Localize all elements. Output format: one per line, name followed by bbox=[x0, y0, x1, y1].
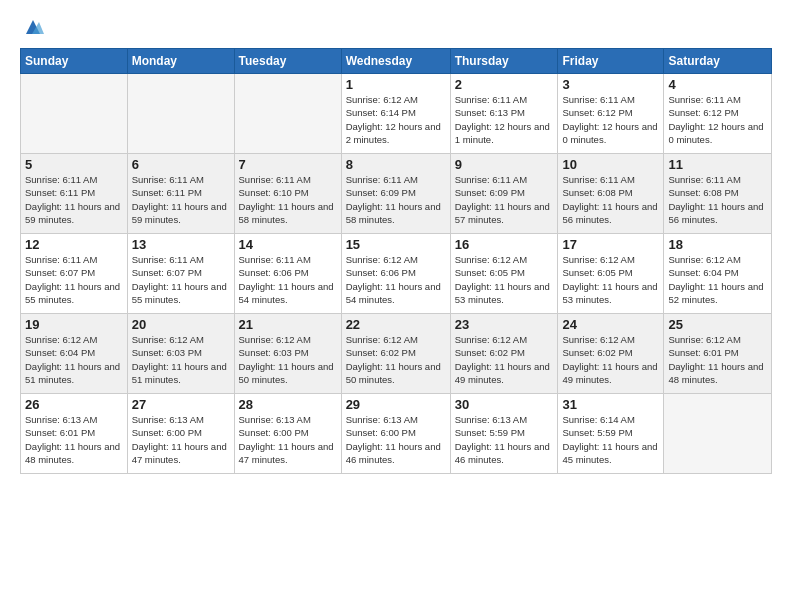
day-info: Sunrise: 6:12 AM Sunset: 6:04 PM Dayligh… bbox=[25, 333, 123, 386]
day-info: Sunrise: 6:13 AM Sunset: 5:59 PM Dayligh… bbox=[455, 413, 554, 466]
day-info: Sunrise: 6:12 AM Sunset: 6:02 PM Dayligh… bbox=[455, 333, 554, 386]
table-row: 21Sunrise: 6:12 AM Sunset: 6:03 PM Dayli… bbox=[234, 314, 341, 394]
table-row: 20Sunrise: 6:12 AM Sunset: 6:03 PM Dayli… bbox=[127, 314, 234, 394]
table-row: 27Sunrise: 6:13 AM Sunset: 6:00 PM Dayli… bbox=[127, 394, 234, 474]
table-row bbox=[21, 74, 128, 154]
table-row: 24Sunrise: 6:12 AM Sunset: 6:02 PM Dayli… bbox=[558, 314, 664, 394]
calendar-header-row: Sunday Monday Tuesday Wednesday Thursday… bbox=[21, 49, 772, 74]
day-number: 31 bbox=[562, 397, 659, 412]
day-number: 5 bbox=[25, 157, 123, 172]
day-number: 30 bbox=[455, 397, 554, 412]
day-number: 8 bbox=[346, 157, 446, 172]
day-number: 3 bbox=[562, 77, 659, 92]
day-number: 20 bbox=[132, 317, 230, 332]
day-info: Sunrise: 6:11 AM Sunset: 6:07 PM Dayligh… bbox=[132, 253, 230, 306]
day-number: 21 bbox=[239, 317, 337, 332]
day-info: Sunrise: 6:11 AM Sunset: 6:09 PM Dayligh… bbox=[455, 173, 554, 226]
calendar-table: Sunday Monday Tuesday Wednesday Thursday… bbox=[20, 48, 772, 474]
day-number: 6 bbox=[132, 157, 230, 172]
day-info: Sunrise: 6:11 AM Sunset: 6:10 PM Dayligh… bbox=[239, 173, 337, 226]
table-row bbox=[127, 74, 234, 154]
day-number: 15 bbox=[346, 237, 446, 252]
day-number: 13 bbox=[132, 237, 230, 252]
day-number: 9 bbox=[455, 157, 554, 172]
day-number: 19 bbox=[25, 317, 123, 332]
th-monday: Monday bbox=[127, 49, 234, 74]
table-row: 4Sunrise: 6:11 AM Sunset: 6:12 PM Daylig… bbox=[664, 74, 772, 154]
table-row: 1Sunrise: 6:12 AM Sunset: 6:14 PM Daylig… bbox=[341, 74, 450, 154]
table-row: 6Sunrise: 6:11 AM Sunset: 6:11 PM Daylig… bbox=[127, 154, 234, 234]
day-info: Sunrise: 6:11 AM Sunset: 6:08 PM Dayligh… bbox=[668, 173, 767, 226]
day-number: 25 bbox=[668, 317, 767, 332]
day-number: 16 bbox=[455, 237, 554, 252]
table-row: 9Sunrise: 6:11 AM Sunset: 6:09 PM Daylig… bbox=[450, 154, 558, 234]
table-row: 17Sunrise: 6:12 AM Sunset: 6:05 PM Dayli… bbox=[558, 234, 664, 314]
day-info: Sunrise: 6:11 AM Sunset: 6:12 PM Dayligh… bbox=[668, 93, 767, 146]
day-info: Sunrise: 6:12 AM Sunset: 6:03 PM Dayligh… bbox=[132, 333, 230, 386]
table-row: 22Sunrise: 6:12 AM Sunset: 6:02 PM Dayli… bbox=[341, 314, 450, 394]
day-number: 26 bbox=[25, 397, 123, 412]
day-info: Sunrise: 6:13 AM Sunset: 6:00 PM Dayligh… bbox=[132, 413, 230, 466]
table-row: 23Sunrise: 6:12 AM Sunset: 6:02 PM Dayli… bbox=[450, 314, 558, 394]
table-row: 30Sunrise: 6:13 AM Sunset: 5:59 PM Dayli… bbox=[450, 394, 558, 474]
table-row: 14Sunrise: 6:11 AM Sunset: 6:06 PM Dayli… bbox=[234, 234, 341, 314]
table-row: 29Sunrise: 6:13 AM Sunset: 6:00 PM Dayli… bbox=[341, 394, 450, 474]
day-info: Sunrise: 6:12 AM Sunset: 6:05 PM Dayligh… bbox=[455, 253, 554, 306]
calendar-week-row: 5Sunrise: 6:11 AM Sunset: 6:11 PM Daylig… bbox=[21, 154, 772, 234]
table-row: 2Sunrise: 6:11 AM Sunset: 6:13 PM Daylig… bbox=[450, 74, 558, 154]
day-info: Sunrise: 6:13 AM Sunset: 6:01 PM Dayligh… bbox=[25, 413, 123, 466]
day-number: 4 bbox=[668, 77, 767, 92]
day-info: Sunrise: 6:13 AM Sunset: 6:00 PM Dayligh… bbox=[346, 413, 446, 466]
day-number: 23 bbox=[455, 317, 554, 332]
day-number: 28 bbox=[239, 397, 337, 412]
logo-icon bbox=[22, 16, 44, 38]
day-info: Sunrise: 6:11 AM Sunset: 6:08 PM Dayligh… bbox=[562, 173, 659, 226]
day-number: 29 bbox=[346, 397, 446, 412]
table-row bbox=[664, 394, 772, 474]
th-thursday: Thursday bbox=[450, 49, 558, 74]
calendar-week-row: 12Sunrise: 6:11 AM Sunset: 6:07 PM Dayli… bbox=[21, 234, 772, 314]
day-info: Sunrise: 6:12 AM Sunset: 6:01 PM Dayligh… bbox=[668, 333, 767, 386]
table-row: 11Sunrise: 6:11 AM Sunset: 6:08 PM Dayli… bbox=[664, 154, 772, 234]
day-number: 14 bbox=[239, 237, 337, 252]
day-info: Sunrise: 6:11 AM Sunset: 6:12 PM Dayligh… bbox=[562, 93, 659, 146]
th-sunday: Sunday bbox=[21, 49, 128, 74]
table-row: 5Sunrise: 6:11 AM Sunset: 6:11 PM Daylig… bbox=[21, 154, 128, 234]
day-number: 7 bbox=[239, 157, 337, 172]
table-row: 10Sunrise: 6:11 AM Sunset: 6:08 PM Dayli… bbox=[558, 154, 664, 234]
logo bbox=[20, 16, 44, 38]
day-number: 10 bbox=[562, 157, 659, 172]
table-row: 18Sunrise: 6:12 AM Sunset: 6:04 PM Dayli… bbox=[664, 234, 772, 314]
day-number: 11 bbox=[668, 157, 767, 172]
day-info: Sunrise: 6:11 AM Sunset: 6:07 PM Dayligh… bbox=[25, 253, 123, 306]
day-number: 1 bbox=[346, 77, 446, 92]
table-row: 16Sunrise: 6:12 AM Sunset: 6:05 PM Dayli… bbox=[450, 234, 558, 314]
table-row: 15Sunrise: 6:12 AM Sunset: 6:06 PM Dayli… bbox=[341, 234, 450, 314]
table-row: 26Sunrise: 6:13 AM Sunset: 6:01 PM Dayli… bbox=[21, 394, 128, 474]
day-info: Sunrise: 6:12 AM Sunset: 6:06 PM Dayligh… bbox=[346, 253, 446, 306]
day-number: 22 bbox=[346, 317, 446, 332]
day-info: Sunrise: 6:12 AM Sunset: 6:14 PM Dayligh… bbox=[346, 93, 446, 146]
calendar-week-row: 19Sunrise: 6:12 AM Sunset: 6:04 PM Dayli… bbox=[21, 314, 772, 394]
th-tuesday: Tuesday bbox=[234, 49, 341, 74]
day-number: 2 bbox=[455, 77, 554, 92]
table-row: 31Sunrise: 6:14 AM Sunset: 5:59 PM Dayli… bbox=[558, 394, 664, 474]
day-number: 27 bbox=[132, 397, 230, 412]
day-info: Sunrise: 6:12 AM Sunset: 6:02 PM Dayligh… bbox=[562, 333, 659, 386]
day-info: Sunrise: 6:11 AM Sunset: 6:11 PM Dayligh… bbox=[132, 173, 230, 226]
day-info: Sunrise: 6:12 AM Sunset: 6:02 PM Dayligh… bbox=[346, 333, 446, 386]
day-info: Sunrise: 6:11 AM Sunset: 6:06 PM Dayligh… bbox=[239, 253, 337, 306]
header bbox=[20, 16, 772, 38]
th-friday: Friday bbox=[558, 49, 664, 74]
calendar-week-row: 1Sunrise: 6:12 AM Sunset: 6:14 PM Daylig… bbox=[21, 74, 772, 154]
th-saturday: Saturday bbox=[664, 49, 772, 74]
table-row: 3Sunrise: 6:11 AM Sunset: 6:12 PM Daylig… bbox=[558, 74, 664, 154]
day-info: Sunrise: 6:11 AM Sunset: 6:13 PM Dayligh… bbox=[455, 93, 554, 146]
day-info: Sunrise: 6:14 AM Sunset: 5:59 PM Dayligh… bbox=[562, 413, 659, 466]
day-number: 18 bbox=[668, 237, 767, 252]
table-row: 7Sunrise: 6:11 AM Sunset: 6:10 PM Daylig… bbox=[234, 154, 341, 234]
table-row: 8Sunrise: 6:11 AM Sunset: 6:09 PM Daylig… bbox=[341, 154, 450, 234]
table-row: 28Sunrise: 6:13 AM Sunset: 6:00 PM Dayli… bbox=[234, 394, 341, 474]
th-wednesday: Wednesday bbox=[341, 49, 450, 74]
day-number: 24 bbox=[562, 317, 659, 332]
